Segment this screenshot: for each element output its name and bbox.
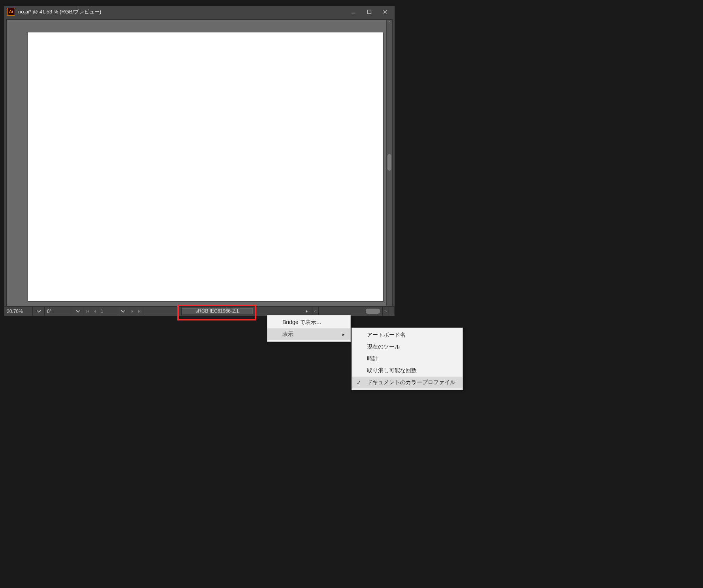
- prev-artboard-button[interactable]: [91, 307, 98, 316]
- chevron-down-icon: [37, 310, 41, 313]
- minimize-button[interactable]: [346, 7, 361, 17]
- window-controls: [346, 7, 393, 17]
- illustrator-document-window: Ai no.ai* @ 41.53 % (RGB/プレビュー) ^ 20.76%: [4, 6, 395, 316]
- document-title: no.ai* @ 41.53 % (RGB/プレビュー): [18, 8, 346, 15]
- canvas[interactable]: [7, 20, 386, 306]
- zoom-value: 20.76%: [7, 309, 23, 314]
- menu-item-label: 取り消し可能な回数: [367, 367, 417, 374]
- rotation-field[interactable]: 0°: [45, 307, 72, 316]
- artboard-number-field[interactable]: 1: [98, 307, 117, 316]
- status-menu-button[interactable]: [302, 307, 312, 316]
- first-artboard-button[interactable]: [84, 307, 91, 316]
- titlebar: Ai no.ai* @ 41.53 % (RGB/プレビュー): [4, 6, 395, 17]
- svg-rect-1: [368, 10, 371, 14]
- rotation-value: 0°: [47, 309, 51, 314]
- menu-item-label: アートボード名: [367, 332, 406, 339]
- artboard-number: 1: [101, 309, 103, 314]
- close-button[interactable]: [377, 7, 393, 17]
- menu-item-label: 表示: [282, 331, 293, 338]
- resize-grip-icon[interactable]: [389, 307, 395, 316]
- submenu-item-artboard-name[interactable]: アートボード名: [352, 329, 462, 341]
- zoom-field[interactable]: 20.76%: [4, 307, 33, 316]
- app-icon: Ai: [7, 8, 15, 16]
- vscroll-thumb[interactable]: [387, 154, 391, 171]
- menu-item-label: 現在のツール: [367, 343, 400, 351]
- menu-item-label: Bridge で表示...: [282, 319, 321, 326]
- hscroll-left[interactable]: <: [312, 307, 319, 316]
- color-profile-readout: sRGB IEC61966-2.1: [182, 308, 253, 314]
- menu-item-show[interactable]: 表示 ►: [267, 328, 350, 340]
- rotation-dropdown[interactable]: [72, 307, 84, 316]
- artboard[interactable]: [27, 32, 383, 302]
- next-artboard-button[interactable]: [129, 307, 136, 316]
- document-viewport: ^: [6, 19, 393, 306]
- submenu-arrow-icon: ►: [342, 332, 346, 337]
- menu-item-label: 時計: [367, 355, 378, 362]
- submenu-item-color-profile[interactable]: ✓ ドキュメントのカラープロファイル: [352, 377, 462, 388]
- horizontal-scrollbar[interactable]: [319, 307, 383, 316]
- menu-item-label: ドキュメントのカラープロファイル: [367, 379, 455, 386]
- status-info-display[interactable]: sRGB IEC61966-2.1: [181, 307, 253, 316]
- status-show-submenu: アートボード名 現在のツール 時計 取り消し可能な回数 ✓ ドキュメントのカラー…: [352, 328, 463, 390]
- maximize-button[interactable]: [361, 7, 377, 17]
- chevron-down-icon: [121, 310, 125, 313]
- menu-item-bridge[interactable]: Bridge で表示...: [267, 317, 350, 328]
- zoom-dropdown[interactable]: [33, 307, 45, 316]
- vertical-scrollbar[interactable]: ^: [386, 20, 392, 306]
- hscroll-thumb[interactable]: [366, 309, 380, 314]
- chevron-down-icon: [76, 310, 80, 313]
- status-flyout-menu: Bridge で表示... 表示 ►: [267, 315, 351, 342]
- submenu-item-undo-count[interactable]: 取り消し可能な回数: [352, 365, 462, 377]
- app-icon-text: Ai: [9, 10, 13, 14]
- submenu-item-current-tool[interactable]: 現在のツール: [352, 341, 462, 353]
- submenu-item-clock[interactable]: 時計: [352, 353, 462, 365]
- statusbar: 20.76% 0° 1: [4, 306, 395, 316]
- hscroll-right[interactable]: >: [383, 307, 389, 316]
- last-artboard-button[interactable]: [136, 307, 143, 316]
- artboard-dropdown[interactable]: [117, 307, 129, 316]
- scroll-up-icon[interactable]: ^: [387, 20, 392, 25]
- check-icon: ✓: [357, 380, 361, 386]
